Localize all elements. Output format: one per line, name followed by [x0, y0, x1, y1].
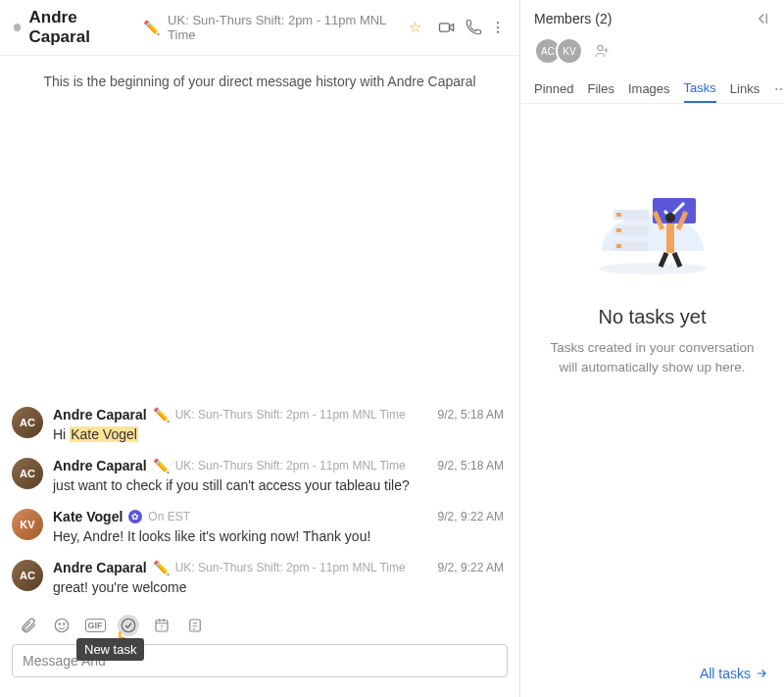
conversation-header: Andre Caparal ✏️ UK: Sun-Thurs Shift: 2p… — [0, 0, 519, 56]
message-item[interactable]: AC Andre Caparal ✏️ UK: Sun-Thurs Shift:… — [12, 399, 508, 450]
svg-point-13 — [780, 87, 782, 89]
all-tasks-label: All tasks — [700, 666, 751, 681]
calendar-icon[interactable]: 7 — [151, 615, 172, 636]
tasks-empty-state: No tasks yet Tasks created in your conve… — [520, 104, 784, 656]
svg-rect-21 — [616, 244, 621, 248]
tabs-more-icon[interactable] — [773, 81, 784, 97]
message-text: great! you're welcome — [53, 575, 508, 595]
message-text-part: Hi — [53, 426, 70, 442]
note-icon[interactable] — [184, 615, 206, 636]
side-header: Members (2) — [520, 0, 784, 37]
message-text: just want to check if you still can't ac… — [53, 473, 508, 493]
message-time: 9/2, 5:18 AM — [438, 408, 508, 422]
gif-icon[interactable]: GIF — [84, 615, 106, 636]
svg-point-24 — [665, 213, 675, 223]
tab-links[interactable]: Links — [730, 75, 760, 102]
author-status-text: UK: Sun-Thurs Shift: 2pm - 11pm MNL Time — [175, 408, 406, 422]
empty-description: Tasks created in your conversation will … — [546, 338, 759, 378]
status-text: UK: Sun-Thurs Shift: 2pm - 11pm MNL Time — [168, 13, 401, 42]
avatar[interactable]: AC — [12, 560, 43, 591]
message-item[interactable]: KV Kate Vogel ✿ On EST 9/2, 9:22 AM Hey,… — [12, 501, 508, 552]
svg-point-5 — [59, 623, 60, 624]
collapse-panel-icon[interactable] — [753, 10, 770, 27]
presence-dot — [14, 24, 21, 31]
tooltip: New task — [76, 638, 144, 661]
svg-rect-0 — [440, 24, 450, 31]
svg-point-12 — [775, 87, 777, 89]
message-list: AC Andre Caparal ✏️ UK: Sun-Thurs Shift:… — [0, 107, 519, 609]
svg-point-11 — [598, 45, 603, 50]
message-author[interactable]: Andre Caparal — [53, 458, 147, 473]
conversation-panel: Andre Caparal ✏️ UK: Sun-Thurs Shift: 2p… — [0, 0, 520, 697]
tab-pinned[interactable]: Pinned — [534, 75, 573, 102]
message-time: 9/2, 9:22 AM — [438, 561, 508, 574]
author-status-text: UK: Sun-Thurs Shift: 2pm - 11pm MNL Time — [175, 561, 406, 574]
members-label[interactable]: Members (2) — [534, 11, 753, 26]
author-badge-icon: ✿ — [128, 510, 142, 523]
svg-point-15 — [599, 263, 707, 274]
conversation-begin-text: This is the beginning of your direct mes… — [0, 56, 519, 107]
author-status-text: On EST — [148, 510, 190, 523]
svg-point-2 — [497, 26, 499, 28]
avatar[interactable]: AC — [12, 407, 43, 438]
tab-files[interactable]: Files — [587, 75, 613, 102]
author-status-emoji: ✏️ — [153, 560, 170, 575]
message-text: Hey, Andre! It looks like it's working n… — [53, 524, 508, 544]
author-status-emoji: ✏️ — [153, 407, 170, 423]
author-status-text: UK: Sun-Thurs Shift: 2pm - 11pm MNL Time — [175, 459, 406, 473]
message-text: Hi Kate Vogel — [53, 423, 508, 442]
all-tasks-link[interactable]: All tasks — [700, 666, 768, 681]
svg-rect-19 — [616, 213, 621, 217]
tab-images[interactable]: Images — [628, 75, 670, 102]
video-call-icon[interactable] — [437, 18, 457, 37]
svg-point-6 — [64, 623, 65, 624]
more-menu-icon[interactable] — [490, 20, 506, 35]
status-emoji: ✏️ — [143, 20, 160, 35]
message-author[interactable]: Andre Caparal — [53, 560, 147, 575]
members-avatars: AC KV — [520, 37, 784, 75]
svg-rect-20 — [616, 228, 621, 232]
composer: GIF 7 👆 New task Message And — [0, 609, 519, 697]
empty-title: No tasks yet — [598, 306, 706, 328]
mention[interactable]: Kate Vogel — [70, 426, 138, 442]
author-status-emoji: ✏️ — [153, 458, 170, 473]
message-time: 9/2, 9:22 AM — [438, 510, 508, 523]
arrow-right-icon — [755, 667, 768, 680]
add-member-icon[interactable] — [593, 42, 611, 60]
side-tabs: Pinned Files Images Tasks Links — [520, 75, 784, 104]
audio-call-icon[interactable] — [465, 19, 482, 36]
svg-point-7 — [122, 619, 135, 632]
svg-text:7: 7 — [160, 624, 164, 630]
conversation-title[interactable]: Andre Caparal — [28, 8, 135, 47]
svg-point-3 — [497, 31, 499, 33]
side-panel: Members (2) AC KV Pinned Files Images Ta… — [520, 0, 784, 697]
empty-illustration — [584, 163, 721, 280]
new-task-icon[interactable] — [118, 615, 139, 636]
message-item[interactable]: AC Andre Caparal ✏️ UK: Sun-Thurs Shift:… — [12, 450, 508, 501]
message-author[interactable]: Kate Vogel — [53, 509, 122, 524]
svg-rect-23 — [666, 224, 674, 253]
emoji-icon[interactable] — [51, 615, 73, 636]
svg-point-4 — [55, 619, 69, 632]
attach-icon[interactable] — [18, 615, 39, 636]
avatar[interactable]: KV — [12, 509, 43, 540]
tab-tasks[interactable]: Tasks — [684, 75, 716, 103]
all-tasks-footer: All tasks — [520, 656, 784, 697]
message-author[interactable]: Andre Caparal — [53, 407, 147, 423]
message-item[interactable]: AC Andre Caparal ✏️ UK: Sun-Thurs Shift:… — [12, 552, 508, 603]
svg-point-1 — [497, 22, 499, 24]
message-time: 9/2, 5:18 AM — [438, 459, 508, 473]
member-avatar[interactable]: KV — [556, 37, 583, 65]
star-icon[interactable]: ☆ — [409, 19, 421, 36]
avatar[interactable]: AC — [12, 458, 43, 489]
